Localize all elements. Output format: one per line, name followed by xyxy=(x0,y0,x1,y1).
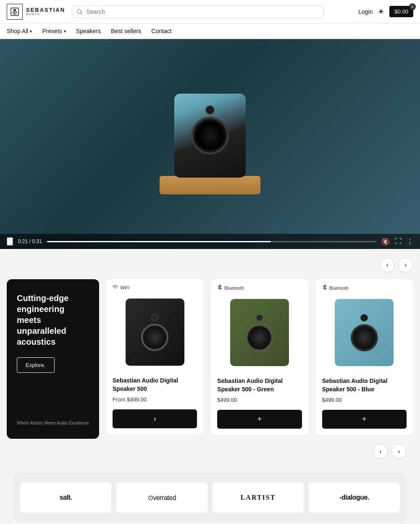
brand-logo: salt. xyxy=(60,494,72,501)
fullscreen-icon[interactable]: ⛶ xyxy=(395,238,402,246)
brands-grid: salt. ⊙verrated LARTIST -dialogue. xyxy=(20,482,400,513)
bluetooth-icon xyxy=(322,284,327,291)
video-time: 0:21 / 0:31 xyxy=(18,238,42,244)
theme-toggle-button[interactable]: ☀ xyxy=(378,7,384,16)
video-frame[interactable] xyxy=(0,39,420,249)
brand-tile: LARTIST xyxy=(213,482,304,513)
connectivity-badge: Bluetooth xyxy=(217,284,302,291)
logo-icon xyxy=(7,4,23,20)
svg-point-2 xyxy=(14,12,16,13)
next-button-bottom[interactable]: › xyxy=(391,444,407,459)
speaker-cone xyxy=(351,324,378,351)
nav-item-speakers[interactable]: Speakers xyxy=(76,28,101,34)
nav-item-shop-all[interactable]: Shop All ▾ xyxy=(7,28,32,34)
next-button-top[interactable]: › xyxy=(398,257,413,272)
product-card-header: Bluetooth xyxy=(210,279,308,370)
promo-title: Cutting-edge engineering meets unparalle… xyxy=(17,293,89,347)
product-price: $499.00 xyxy=(217,397,302,403)
speaker-cone xyxy=(246,324,273,351)
mute-icon[interactable]: 🔇 xyxy=(381,238,390,246)
hero-video: ▶ 0:21 / 0:31 🔇 ⛶ ⋮ xyxy=(0,39,420,249)
header-actions: Login ☀ $0.00 0 xyxy=(358,6,413,17)
product-action-button[interactable]: + xyxy=(322,410,407,429)
prev-button-top[interactable]: ‹ xyxy=(380,257,395,272)
product-image-area xyxy=(113,294,197,370)
brand-logo: ⊙verrated xyxy=(148,494,176,502)
carousel-nav-bottom: ‹ › xyxy=(7,439,413,464)
search-input[interactable] xyxy=(86,8,319,15)
product-name: Sebastian Audio Digital Speaker 500 xyxy=(113,377,197,393)
product-image xyxy=(335,299,394,366)
search-area[interactable] xyxy=(72,5,324,18)
products-section: ‹ › Cutting-edge engineering meets unpar… xyxy=(0,249,420,472)
nav-item-presets[interactable]: Presets ▾ xyxy=(42,28,66,34)
hero-speaker xyxy=(160,94,260,194)
nav-item-contact[interactable]: Contact xyxy=(151,28,171,34)
cart-button[interactable]: $0.00 0 xyxy=(389,6,413,17)
product-card: Bluetooth Sebastian Audio Digital Speake… xyxy=(210,279,308,435)
promo-tagline: Where Artistry Meets Audio Excellence xyxy=(17,421,89,425)
header: SEBASTIAN AUDIO Login ☀ $0.00 0 xyxy=(0,0,420,24)
promo-card: Cutting-edge engineering meets unparalle… xyxy=(7,279,99,439)
video-extra-controls: 🔇 ⛶ ⋮ xyxy=(381,238,413,246)
video-controls: ▶ 0:21 / 0:31 🔇 ⛶ ⋮ xyxy=(0,234,420,249)
product-image-area xyxy=(217,295,302,370)
cart-badge: 0 xyxy=(409,3,416,10)
play-button[interactable]: ▶ xyxy=(7,237,13,246)
product-price: From $499.00 xyxy=(113,396,197,403)
product-name: Sebastian Audio Digital Speaker 500 - Bl… xyxy=(322,377,407,393)
product-info: Sebastian Audio Digital Speaker 500 - Bl… xyxy=(315,370,413,435)
brand-logo: LARTIST xyxy=(241,494,276,501)
explore-button[interactable]: Explore. xyxy=(17,357,55,373)
speaker-body xyxy=(174,94,246,178)
tweeter xyxy=(205,105,215,115)
product-price: $499.00 xyxy=(322,397,407,403)
carousel-nav-top: ‹ › xyxy=(7,257,413,272)
product-info: Sebastian Audio Digital Speaker 500 From… xyxy=(106,370,204,435)
brand-tile: ⊙verrated xyxy=(116,482,207,513)
product-name: Sebastian Audio Digital Speaker 500 - Gr… xyxy=(217,377,302,393)
svg-point-5 xyxy=(115,288,116,289)
product-card-header: WiFi xyxy=(106,279,204,370)
nav-item-best-sellers[interactable]: Best sellers xyxy=(111,28,141,34)
prev-button-bottom[interactable]: ‹ xyxy=(373,444,388,459)
wifi-icon xyxy=(113,284,118,291)
product-action-button[interactable]: + xyxy=(217,410,302,429)
search-icon xyxy=(76,8,83,15)
product-info: Sebastian Audio Digital Speaker 500 - Gr… xyxy=(210,370,308,435)
product-card-header: Bluetooth xyxy=(315,279,413,370)
product-action-button[interactable]: › xyxy=(113,409,197,428)
connectivity-badge: Bluetooth xyxy=(322,284,407,291)
product-card: Bluetooth Sebastian Audio Digital Speake… xyxy=(315,279,413,435)
video-progress-bar[interactable] xyxy=(47,241,376,242)
more-icon[interactable]: ⋮ xyxy=(407,238,413,246)
svg-rect-3 xyxy=(13,9,16,10)
brand-tile: -dialogue. xyxy=(309,482,400,513)
main-nav: Shop All ▾ Presets ▾ Speakers Best selle… xyxy=(0,24,420,39)
logo[interactable]: SEBASTIAN AUDIO xyxy=(7,4,65,20)
brands-wrapper: salt. ⊙verrated LARTIST -dialogue. xyxy=(0,472,420,524)
speaker-platform xyxy=(160,176,260,194)
connectivity-badge: WiFi xyxy=(113,284,197,291)
product-image-area xyxy=(322,295,407,370)
brand-tile: salt. xyxy=(20,482,111,513)
brands-section: salt. ⊙verrated LARTIST -dialogue. xyxy=(13,472,407,523)
video-progress-fill xyxy=(47,241,271,242)
products-grid: Cutting-edge engineering meets unparalle… xyxy=(7,279,413,439)
brand-logo: -dialogue. xyxy=(339,494,369,501)
chevron-down-icon: ▾ xyxy=(64,29,66,34)
speaker-cone xyxy=(191,117,229,155)
product-image xyxy=(230,299,289,366)
brand-name: SEBASTIAN AUDIO xyxy=(26,7,65,16)
bluetooth-icon xyxy=(217,284,222,291)
speaker-cone xyxy=(141,324,168,351)
product-card: WiFi Sebastian Audio Digital Speaker 500… xyxy=(106,279,204,435)
chevron-down-icon: ▾ xyxy=(30,29,32,34)
login-button[interactable]: Login xyxy=(358,8,373,15)
product-image xyxy=(126,299,184,366)
